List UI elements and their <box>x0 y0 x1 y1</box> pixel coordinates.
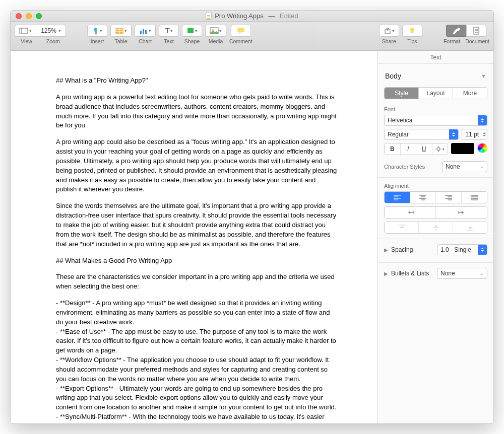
valign-bottom-button[interactable] <box>453 222 487 233</box>
align-justify-button[interactable] <box>461 192 487 203</box>
paragraph-style-select[interactable]: Body ▼ <box>384 69 487 87</box>
dropdown-icon <box>478 115 487 125</box>
svg-rect-13 <box>237 28 244 32</box>
chevron-down-icon: ▼ <box>481 73 486 79</box>
format-button[interactable] <box>446 25 466 37</box>
bullets-select[interactable]: None ⌄ <box>437 268 487 279</box>
titlebar: Pro Writing Apps — Edited <box>11 11 493 22</box>
svg-rect-16 <box>411 32 413 33</box>
doc-paragraph: - **Workflow Options** - The application… <box>56 355 337 384</box>
zoom-value: 125% <box>41 27 56 34</box>
text-button[interactable]: T ▾ <box>159 25 179 37</box>
text-alignment-group <box>384 191 487 203</box>
format-inspector: Text Body ▼ Style Layout More Font Helve… <box>377 51 493 423</box>
align-right-button[interactable] <box>435 192 461 203</box>
font-family-select[interactable]: Helvetica <box>384 115 487 126</box>
close-window-button[interactable] <box>16 13 22 19</box>
app-window: Pro Writing Apps — Edited ▾ 125% ▾ View … <box>10 10 494 424</box>
character-styles-select[interactable]: None ⌄ <box>442 161 487 172</box>
share-button[interactable]: ▾ <box>379 25 399 37</box>
comment-button[interactable] <box>231 25 251 37</box>
bullets-label: Bullets & Lists <box>391 270 429 277</box>
doc-paragraph: A pro writing app is a powerful text edi… <box>56 93 337 130</box>
svg-rect-0 <box>20 28 28 33</box>
window-title: Pro Writing Apps <box>215 12 264 20</box>
zoom-select[interactable]: 125% ▾ <box>36 25 66 37</box>
doc-paragraph: - **Ease of Use** - The app must be easy… <box>56 327 337 356</box>
font-weight-select[interactable]: Regular <box>384 129 459 140</box>
font-weight-value: Regular <box>388 131 409 138</box>
disclosure-triangle-icon[interactable]: ▶ <box>384 271 388 276</box>
tab-style[interactable]: Style <box>385 88 418 99</box>
stepper-arrows-icon <box>481 129 487 139</box>
spacing-label: Spacing <box>391 246 413 253</box>
chart-button[interactable]: ▾ <box>135 25 156 37</box>
character-styles-label: Character Styles <box>384 164 425 170</box>
text-color-button[interactable] <box>451 143 474 154</box>
svg-rect-8 <box>143 29 144 34</box>
table-button[interactable]: ▾ <box>110 25 132 37</box>
svg-point-15 <box>410 28 414 32</box>
svg-point-22 <box>437 148 440 151</box>
align-center-button[interactable] <box>410 192 435 203</box>
underline-button[interactable]: U <box>416 143 432 155</box>
document-body[interactable]: ## What is a "Pro Writing App?" A pro wr… <box>11 51 377 423</box>
valign-top-button[interactable] <box>385 222 418 233</box>
table-label: Table <box>114 38 127 44</box>
valign-middle-button[interactable] <box>418 222 453 233</box>
vertical-alignment-group <box>384 222 487 234</box>
tips-button[interactable] <box>402 25 422 37</box>
svg-rect-10 <box>187 28 194 33</box>
bold-button[interactable]: B <box>385 143 400 155</box>
dropdown-icon <box>449 129 458 139</box>
text-options-button[interactable]: ▾ <box>432 143 448 155</box>
color-picker-button[interactable] <box>477 143 487 153</box>
svg-rect-7 <box>140 31 142 34</box>
svg-text:¶: ¶ <box>94 27 98 35</box>
bullets-value: None <box>440 270 455 277</box>
dropdown-icon <box>478 245 487 255</box>
disclosure-triangle-icon[interactable]: ▶ <box>384 247 388 253</box>
italic-button[interactable]: I <box>400 143 416 155</box>
shape-button[interactable]: ▾ <box>182 25 202 37</box>
insert-button[interactable]: ¶ ▾ <box>87 25 107 37</box>
svg-rect-9 <box>145 30 147 34</box>
doc-paragraph: - **Sync/Multi-Platform** - With the tec… <box>56 412 337 423</box>
tips-label: Tips <box>407 38 417 44</box>
document-button[interactable] <box>466 25 486 37</box>
doc-paragraph: A pro writing app could also be describe… <box>56 137 337 194</box>
format-label: Format <box>444 38 460 44</box>
gear-icon <box>435 146 442 153</box>
paragraph-style-name: Body <box>385 72 401 80</box>
doc-paragraph: ## What is a "Pro Writing App?" <box>56 76 337 86</box>
doc-paragraph: - **Design** - A pro writing app *must* … <box>56 299 337 327</box>
doc-paragraph: - **Export Options** - Ultimately your w… <box>56 384 337 413</box>
chart-label: Chart <box>139 38 152 44</box>
media-button[interactable]: ▾ <box>205 25 226 37</box>
text-label: Text <box>164 38 173 44</box>
alignment-label: Alignment <box>384 183 487 189</box>
fullscreen-window-button[interactable] <box>36 13 42 19</box>
share-label: Share <box>382 38 396 44</box>
insert-label: Insert <box>91 38 104 44</box>
outdent-button[interactable] <box>385 207 435 218</box>
indent-button[interactable] <box>435 207 487 218</box>
minimize-window-button[interactable] <box>26 13 32 19</box>
align-left-button[interactable] <box>385 192 410 203</box>
doc-paragraph: These are the characteristics we conside… <box>56 272 337 292</box>
doc-paragraph: Since the words themselves are the ultim… <box>56 201 337 249</box>
font-family-value: Helvetica <box>388 117 412 124</box>
view-button[interactable]: ▾ <box>15 25 36 37</box>
spacing-select[interactable]: 1.0 - Single <box>437 244 487 255</box>
tab-layout[interactable]: Layout <box>418 88 453 99</box>
chevron-down-icon: ⌄ <box>480 164 484 169</box>
tab-more[interactable]: More <box>453 88 487 99</box>
chevron-down-icon: ⌄ <box>480 271 484 276</box>
indent-group <box>384 206 487 219</box>
font-size-stepper[interactable]: 11 pt <box>462 129 487 140</box>
inspector-tabs: Style Layout More <box>384 87 487 99</box>
zoom-label: Zoom <box>46 38 60 44</box>
font-size-value: 11 pt <box>462 131 481 138</box>
main-toolbar: ▾ 125% ▾ View Zoom ¶ ▾ Insert <box>11 22 493 51</box>
inspector-header: Text <box>378 51 493 64</box>
